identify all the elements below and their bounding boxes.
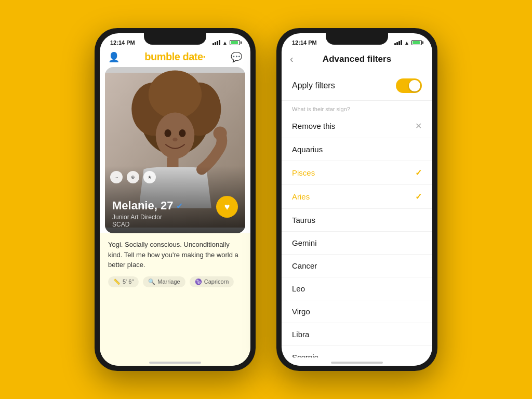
svg-point-5 bbox=[156, 112, 194, 158]
profile-school: SCAD bbox=[112, 221, 238, 228]
logo-date: date· bbox=[180, 51, 205, 62]
apply-filters-label: Apply filters bbox=[292, 81, 335, 90]
profile-card: ··· ⊕ ★ Melanie, 27 ✔ Junior Art Directo… bbox=[105, 67, 245, 233]
tag-sign-text: Capricorn bbox=[204, 278, 229, 285]
search-icon: 🔍 bbox=[148, 278, 155, 285]
filter-list: Remove this ✕ Aquarius Pisces ✓ Aries ✓ … bbox=[282, 114, 432, 357]
profile-photo: ··· ⊕ ★ Melanie, 27 ✔ Junior Art Directo… bbox=[105, 67, 245, 233]
remove-icon[interactable]: ✕ bbox=[415, 121, 422, 131]
svg-point-7 bbox=[179, 129, 185, 137]
svg-point-10 bbox=[214, 126, 227, 140]
filter-label-pisces: Pisces bbox=[292, 168, 315, 177]
apply-filters-toggle[interactable] bbox=[396, 78, 422, 93]
action-dot-3[interactable]: ★ bbox=[143, 171, 156, 183]
filter-item-taurus[interactable]: Taurus bbox=[282, 209, 432, 232]
home-bar-1 bbox=[149, 362, 201, 364]
phone-1: 12:14 PM ▲ 👤 bumble date· 💬 bbox=[95, 28, 256, 371]
filter-label-aries: Aries bbox=[292, 192, 310, 201]
chat-icon[interactable]: 💬 bbox=[231, 51, 242, 63]
app-header: 👤 bumble date· 💬 bbox=[100, 49, 250, 67]
profile-icon[interactable]: 👤 bbox=[108, 51, 119, 63]
tag-height: 📏 5' 6" bbox=[108, 276, 139, 287]
home-indicator-2 bbox=[282, 357, 432, 366]
filter-section-label: What is their star sign? bbox=[282, 101, 432, 114]
filter-item-cancer[interactable]: Cancer bbox=[282, 255, 432, 277]
filter-label-cancer: Cancer bbox=[292, 261, 317, 270]
filter-item-leo[interactable]: Leo bbox=[282, 277, 432, 300]
signal-icon-2 bbox=[394, 40, 402, 45]
home-bar-2 bbox=[331, 362, 383, 364]
tag-intent: 🔍 Marriage bbox=[143, 276, 185, 287]
home-indicator-1 bbox=[100, 357, 250, 366]
filter-label-taurus: Taurus bbox=[292, 216, 315, 224]
svg-point-6 bbox=[165, 129, 171, 137]
phone-2-screen: 12:14 PM ▲ ‹ Advanced filters Apply filt… bbox=[282, 33, 432, 366]
filter-label-virgo: Virgo bbox=[292, 307, 310, 316]
zodiac-icon: ♑ bbox=[195, 278, 202, 285]
bio-section: Yogi. Socially conscious. Unconditionall… bbox=[100, 233, 250, 357]
filter-label-scorpio: Scorpio bbox=[292, 353, 318, 357]
tag-intent-text: Marriage bbox=[157, 278, 180, 285]
toggle-knob bbox=[409, 80, 420, 91]
filters-title: Advanced filters bbox=[323, 54, 391, 64]
like-button[interactable]: ♥ bbox=[216, 196, 238, 218]
profile-name: Melanie, 27 bbox=[112, 199, 173, 212]
apply-filters-row[interactable]: Apply filters bbox=[282, 71, 432, 101]
filter-item-gemini[interactable]: Gemini bbox=[282, 232, 432, 255]
filter-item-remove[interactable]: Remove this ✕ bbox=[282, 114, 432, 138]
filter-label-leo: Leo bbox=[292, 284, 305, 293]
notch-1 bbox=[144, 33, 206, 45]
status-icons-2: ▲ bbox=[394, 40, 422, 46]
notch-2 bbox=[326, 33, 388, 45]
phone-1-screen: 12:14 PM ▲ 👤 bumble date· 💬 bbox=[100, 33, 250, 366]
profile-tags: 📏 5' 6" 🔍 Marriage ♑ Capricorn bbox=[108, 276, 242, 287]
filter-item-pisces[interactable]: Pisces ✓ bbox=[282, 161, 432, 185]
filter-item-scorpio[interactable]: Scorpio bbox=[282, 346, 432, 357]
profile-overlay: ··· ⊕ ★ Melanie, 27 ✔ Junior Art Directo… bbox=[105, 166, 245, 233]
tag-height-text: 5' 6" bbox=[123, 278, 134, 285]
phone-2: 12:14 PM ▲ ‹ Advanced filters Apply filt… bbox=[276, 28, 437, 371]
check-pisces: ✓ bbox=[415, 168, 422, 178]
battery-fill-2 bbox=[413, 41, 420, 44]
signal-icon bbox=[212, 40, 220, 45]
filter-item-aquarius[interactable]: Aquarius bbox=[282, 138, 432, 161]
filter-label-aquarius: Aquarius bbox=[292, 145, 323, 154]
card-actions[interactable]: ··· ⊕ ★ bbox=[110, 171, 156, 183]
status-icons-1: ▲ bbox=[212, 40, 240, 46]
back-button[interactable]: ‹ bbox=[290, 52, 298, 66]
battery-fill bbox=[231, 41, 238, 44]
battery-icon bbox=[230, 40, 240, 45]
wifi-icon-2: ▲ bbox=[404, 40, 409, 46]
action-dot-2[interactable]: ⊕ bbox=[127, 171, 139, 183]
bio-text: Yogi. Socially conscious. Unconditionall… bbox=[108, 240, 242, 270]
filter-item-libra[interactable]: Libra bbox=[282, 323, 432, 346]
filter-label-libra: Libra bbox=[292, 330, 309, 339]
svg-point-8 bbox=[172, 138, 177, 141]
filter-item-virgo[interactable]: Virgo bbox=[282, 300, 432, 323]
battery-icon-2 bbox=[411, 40, 422, 45]
bumble-logo: bumble date· bbox=[144, 51, 205, 63]
tag-sign: ♑ Capricorn bbox=[190, 276, 234, 287]
wifi-icon: ▲ bbox=[222, 40, 228, 46]
ruler-icon: 📏 bbox=[113, 278, 121, 285]
filter-label-gemini: Gemini bbox=[292, 238, 317, 247]
filter-label-remove: Remove this bbox=[292, 122, 335, 130]
check-aries: ✓ bbox=[415, 192, 422, 202]
time-2: 12:14 PM bbox=[292, 39, 317, 46]
svg-point-4 bbox=[149, 70, 202, 118]
logo-bumble: bumble bbox=[144, 51, 180, 62]
verified-badge: ✔ bbox=[176, 201, 183, 211]
action-dot-1[interactable]: ··· bbox=[110, 171, 123, 183]
filter-item-aries[interactable]: Aries ✓ bbox=[282, 185, 432, 209]
filters-header: ‹ Advanced filters bbox=[282, 49, 432, 71]
time-1: 12:14 PM bbox=[110, 39, 135, 46]
